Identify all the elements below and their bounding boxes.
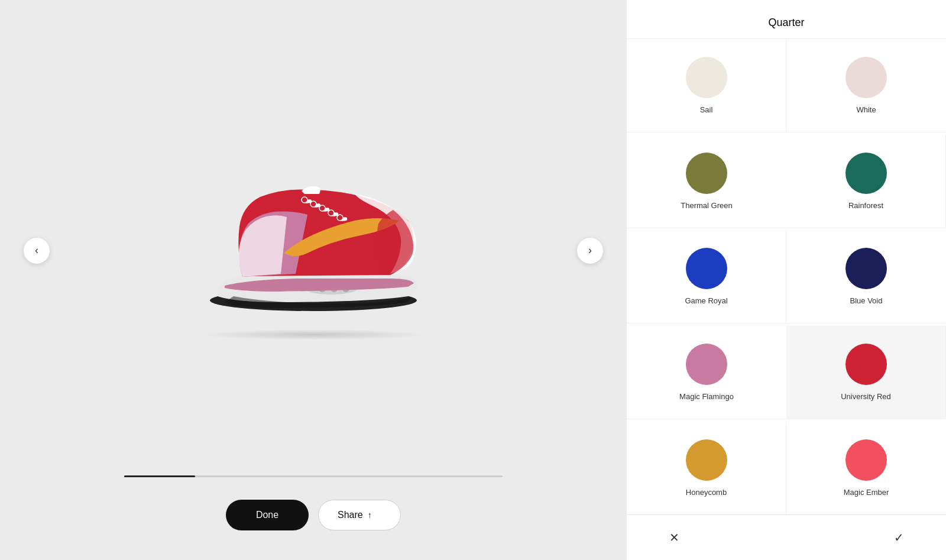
color-circle-honeycomb bbox=[686, 439, 727, 481]
row-divider bbox=[627, 132, 946, 132]
color-label-rainforest: Rainforest bbox=[848, 201, 883, 210]
prev-arrow[interactable]: ‹ bbox=[24, 238, 50, 264]
done-button[interactable]: Done bbox=[226, 500, 309, 530]
color-label-magic-flamingo: Magic Flamingo bbox=[679, 392, 734, 401]
color-label-university-red: University Red bbox=[841, 392, 891, 401]
progress-fill bbox=[124, 475, 195, 477]
viewer-panel: ‹ bbox=[0, 0, 627, 560]
panel-header: Quarter bbox=[627, 0, 946, 39]
bottom-buttons: Done Share ↑ bbox=[226, 500, 401, 530]
shoe-image-area bbox=[189, 161, 438, 340]
color-circle-magic-ember bbox=[845, 439, 887, 481]
color-label-sail: Sail bbox=[700, 105, 713, 114]
row-divider bbox=[627, 228, 946, 228]
color-circle-university-red bbox=[845, 344, 887, 385]
cancel-button[interactable]: ✕ bbox=[662, 526, 686, 549]
next-arrow[interactable]: › bbox=[577, 238, 603, 264]
shoe-shadow bbox=[201, 329, 426, 340]
next-icon: › bbox=[588, 244, 592, 257]
svg-point-13 bbox=[328, 210, 334, 216]
row-divider bbox=[627, 323, 946, 323]
row-divider bbox=[627, 419, 946, 419]
color-label-magic-ember: Magic Ember bbox=[844, 488, 889, 497]
color-item-white[interactable]: White bbox=[786, 39, 946, 132]
color-item-magic-ember[interactable]: Magic Ember bbox=[786, 422, 946, 514]
confirm-button[interactable]: ✓ bbox=[887, 526, 911, 549]
shoe-container: ‹ bbox=[0, 73, 627, 428]
svg-point-12 bbox=[319, 205, 325, 211]
color-item-rainforest[interactable]: Rainforest bbox=[786, 135, 946, 228]
confirm-icon: ✓ bbox=[894, 530, 904, 545]
svg-point-10 bbox=[302, 197, 307, 203]
color-item-blue-void[interactable]: Blue Void bbox=[786, 231, 946, 323]
color-label-blue-void: Blue Void bbox=[850, 296, 883, 305]
color-label-game-royal: Game Royal bbox=[685, 296, 727, 305]
color-item-thermal-green[interactable]: Thermal Green bbox=[627, 135, 786, 228]
color-panel: Quarter SailWhiteThermal GreenRainforest… bbox=[627, 0, 946, 560]
color-grid: SailWhiteThermal GreenRainforestGame Roy… bbox=[627, 39, 946, 514]
cancel-icon: ✕ bbox=[669, 530, 679, 545]
color-circle-rainforest bbox=[845, 153, 887, 194]
color-label-white: White bbox=[856, 105, 876, 114]
progress-track bbox=[124, 475, 503, 477]
color-circle-magic-flamingo bbox=[686, 344, 727, 385]
color-label-honeycomb: Honeycomb bbox=[686, 488, 727, 497]
color-circle-white bbox=[845, 57, 887, 98]
color-item-university-red[interactable]: University Red bbox=[786, 326, 946, 419]
color-circle-thermal-green bbox=[686, 153, 727, 194]
prev-icon: ‹ bbox=[35, 244, 38, 257]
shoe-svg bbox=[189, 161, 438, 327]
color-circle-game-royal bbox=[686, 248, 727, 289]
svg-point-11 bbox=[310, 201, 316, 207]
panel-title: Quarter bbox=[768, 17, 804, 28]
share-label: Share bbox=[338, 510, 363, 520]
share-icon: ↑ bbox=[368, 510, 372, 520]
color-item-magic-flamingo[interactable]: Magic Flamingo bbox=[627, 326, 786, 419]
color-item-game-royal[interactable]: Game Royal bbox=[627, 231, 786, 323]
color-circle-blue-void bbox=[845, 248, 887, 289]
color-item-sail[interactable]: Sail bbox=[627, 39, 786, 132]
svg-point-14 bbox=[337, 215, 343, 221]
color-label-thermal-green: Thermal Green bbox=[681, 201, 732, 210]
share-button[interactable]: Share ↑ bbox=[318, 500, 401, 530]
color-circle-sail bbox=[686, 57, 727, 98]
panel-footer: ✕ ✓ bbox=[627, 514, 946, 560]
progress-bar-container bbox=[124, 475, 503, 477]
color-item-honeycomb[interactable]: Honeycomb bbox=[627, 422, 786, 514]
